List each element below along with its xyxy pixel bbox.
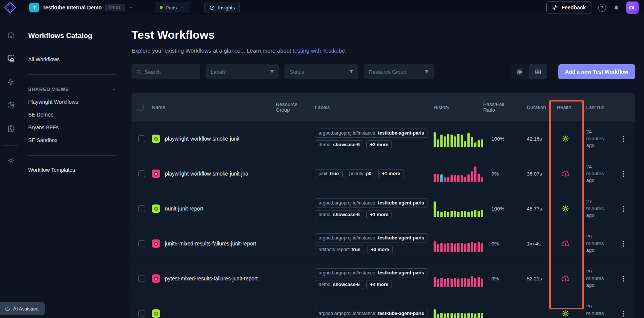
execution-bar[interactable]: [461, 135, 463, 147]
execution-bar[interactable]: [437, 244, 439, 252]
execution-bar[interactable]: [461, 278, 463, 287]
add-test-workflow-button[interactable]: Add a new Test Workflow: [558, 64, 635, 79]
execution-bar[interactable]: [467, 212, 470, 217]
execution-bar[interactable]: [440, 278, 443, 287]
execution-bar[interactable]: [437, 314, 439, 318]
execution-bar[interactable]: [434, 277, 436, 287]
execution-bar[interactable]: [434, 309, 436, 318]
execution-bar[interactable]: [447, 313, 449, 318]
search-box[interactable]: [132, 64, 200, 79]
execution-bar[interactable]: [457, 279, 460, 287]
execution-bar[interactable]: [461, 313, 463, 318]
execution-bar[interactable]: [447, 243, 449, 252]
execution-bar[interactable]: [457, 313, 460, 318]
table-row[interactable]: pytest-mixed-results-failures-junit-repo…: [132, 261, 635, 296]
row-checkbox[interactable]: [138, 310, 145, 317]
execution-bar[interactable]: [447, 278, 449, 287]
execution-bar[interactable]: [474, 142, 476, 147]
execution-bar[interactable]: [467, 133, 470, 147]
more-labels-chip[interactable]: +1 more: [378, 169, 404, 178]
execution-bar[interactable]: [471, 276, 473, 287]
label-chip[interactable]: argocd.argoproj.io/instance: testkube-ag…: [315, 233, 428, 242]
execution-bar[interactable]: [461, 211, 463, 217]
workflow-name[interactable]: playwright-workflow-smoke-junit: [165, 136, 239, 142]
grid-view-button[interactable]: [511, 64, 529, 79]
execution-bar[interactable]: [454, 175, 456, 182]
table-row[interactable]: playwright-workflow-smoke-junit argocd.a…: [132, 121, 635, 156]
label-chip[interactable]: junit: true: [315, 169, 343, 178]
execution-bar[interactable]: [474, 313, 476, 318]
execution-bar[interactable]: [440, 313, 443, 318]
label-chip[interactable]: argocd.argoproj.io/instance: testkube-ag…: [315, 309, 428, 318]
status-pie-icon[interactable]: [7, 101, 15, 109]
sidebar-item-se-demos[interactable]: SE Demos: [28, 112, 123, 118]
execution-bar[interactable]: [467, 279, 470, 287]
execution-bar[interactable]: [471, 313, 473, 318]
execution-bar[interactable]: [437, 211, 439, 217]
label-chip[interactable]: demo: showcase-6: [315, 280, 363, 289]
row-checkbox[interactable]: [138, 240, 145, 247]
execution-bar[interactable]: [440, 212, 443, 217]
execution-bar[interactable]: [464, 313, 466, 318]
execution-bar[interactable]: [461, 243, 463, 252]
execution-bar[interactable]: [450, 313, 453, 318]
resource-group-filter[interactable]: Resource Group: [364, 64, 434, 79]
execution-bar[interactable]: [450, 279, 453, 287]
more-labels-chip[interactable]: +2 more: [366, 140, 392, 149]
execution-bar[interactable]: [454, 211, 456, 217]
more-labels-chip[interactable]: +1 more: [366, 210, 392, 219]
environment-selector[interactable]: Paris: [155, 2, 190, 13]
execution-bar[interactable]: [454, 244, 456, 252]
notifications-button[interactable]: [613, 4, 620, 11]
execution-bar[interactable]: [478, 140, 480, 147]
home-icon[interactable]: [7, 31, 15, 39]
label-chip[interactable]: demo: showcase-6: [315, 210, 363, 219]
sidebar-item-bryans-bffs[interactable]: Bryans BFFs: [28, 124, 123, 130]
execution-bar[interactable]: [474, 167, 476, 182]
execution-bar[interactable]: [471, 211, 473, 217]
execution-bar[interactable]: [474, 243, 476, 252]
history-sparkline[interactable]: [428, 270, 483, 287]
workflows-icon[interactable]: [6, 54, 15, 63]
more-labels-chip[interactable]: +3 more: [367, 245, 393, 254]
execution-bar[interactable]: [464, 244, 466, 252]
more-labels-chip[interactable]: +4 more: [366, 280, 392, 289]
triggers-lightning-icon[interactable]: [7, 78, 15, 86]
execution-bar[interactable]: [434, 241, 436, 252]
execution-bar[interactable]: [434, 174, 436, 182]
row-menu-button[interactable]: ⋮: [615, 170, 631, 178]
ai-assistant-button[interactable]: AI Assistant: [0, 302, 45, 315]
execution-bar[interactable]: [478, 211, 480, 217]
help-button[interactable]: ?: [598, 4, 606, 12]
history-sparkline[interactable]: [428, 305, 483, 318]
label-chip[interactable]: demo: showcase-6: [315, 140, 363, 149]
insights-button[interactable]: Insights: [204, 2, 240, 13]
execution-bar[interactable]: [457, 243, 460, 252]
execution-bar[interactable]: [457, 212, 460, 217]
row-menu-button[interactable]: ⋮: [615, 135, 631, 143]
execution-bar[interactable]: [478, 242, 480, 252]
execution-bar[interactable]: [481, 313, 483, 318]
sidebar-item-workflow-templates[interactable]: Workflow Templates: [28, 167, 123, 173]
label-chip[interactable]: argocd.argoproj.io/instance: testkube-ag…: [315, 129, 428, 138]
execution-bar[interactable]: [457, 175, 460, 182]
execution-bar[interactable]: [447, 212, 449, 217]
execution-bar[interactable]: [437, 279, 439, 287]
user-avatar[interactable]: OL: [626, 2, 639, 14]
search-input[interactable]: [145, 69, 196, 75]
execution-bar[interactable]: [454, 278, 456, 287]
history-sparkline[interactable]: [428, 165, 483, 182]
execution-bar[interactable]: [450, 243, 453, 252]
execution-bar[interactable]: [478, 174, 480, 182]
row-checkbox[interactable]: [138, 275, 145, 282]
sidebar-item-se-sandbox[interactable]: SE Sandbox: [28, 137, 123, 143]
feedback-button[interactable]: Feedback: [546, 1, 591, 14]
execution-bar[interactable]: [454, 136, 456, 147]
execution-bar[interactable]: [481, 177, 483, 182]
execution-bar[interactable]: [471, 171, 473, 182]
execution-bar[interactable]: [437, 139, 439, 147]
org-switcher[interactable]: T Testkube Internal Demo TRIAL: [29, 3, 134, 12]
history-sparkline[interactable]: [428, 200, 483, 217]
testing-with-testkube-link[interactable]: testing with Testkube: [293, 47, 345, 54]
workflow-name[interactable]: pytest-mixed-results-failures-junit-repo…: [165, 276, 258, 282]
